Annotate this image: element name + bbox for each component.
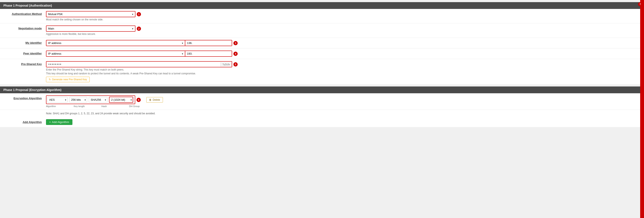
add-algorithm-control: + Add Algorithm: [46, 119, 637, 125]
peer-identifier-row: Peer identifier IP address Distinguished…: [0, 48, 640, 59]
enc-algo-row: Encryption Algorithm AES 3DES CAST128: [0, 93, 640, 110]
peer-identifier-control: IP address Distinguished name FQDN User …: [46, 51, 637, 57]
negotiation-mode-select-container: Main Aggressive ▼: [46, 25, 136, 32]
psk-help1: Enter the Pre-Shared Key string. This ke…: [46, 68, 637, 71]
auth-method-control: Mutual PSK Mutual RSA EAP-TLS ▼ 1 Must m…: [46, 11, 637, 21]
psk-row: Pre-Shared Key ?yZs3v 5 Enter the Pre-Sh…: [0, 59, 640, 84]
psk-reveal-text: ?yZs3v: [221, 62, 232, 67]
enc-algo-group: AES 3DES CAST128 Blowfish ▼: [46, 95, 135, 104]
phase1-auth-section: Phase 1 Proposal (Authentication) Authen…: [0, 2, 640, 84]
badge-2: 2: [137, 26, 141, 31]
auth-method-row: Authentication Method Mutual PSK Mutual …: [0, 9, 640, 23]
my-identifier-ip-input[interactable]: [185, 40, 232, 46]
psk-control: ?yZs3v 5 Enter the Pre-Shared Key string…: [46, 61, 637, 82]
negotiation-mode-row: Negotiation mode Main Aggressive ▼: [0, 23, 640, 38]
badge-6: 6: [136, 98, 141, 102]
col-hash-label: Hash: [101, 105, 129, 108]
dh-group-select[interactable]: 1 2 (1024 bit) 5 (1536 bit) 14 (2048 bit…: [109, 97, 133, 103]
negotiation-mode-select[interactable]: Main Aggressive: [46, 25, 136, 32]
algorithm-select[interactable]: AES 3DES CAST128 Blowfish: [47, 97, 68, 103]
psk-help2: This key should be long and random to pr…: [46, 72, 637, 75]
peer-identifier-label: Peer identifier: [4, 51, 46, 55]
peer-identifier-wrapper: IP address Distinguished name FQDN User …: [46, 51, 232, 57]
my-identifier-row: My identifier IP address Distinguished n…: [0, 38, 640, 48]
col-algorithm-label: Algorithm: [46, 105, 74, 108]
add-algorithm-row: Add Algorithm + Add Algorithm: [0, 117, 640, 127]
psk-input-wrapper: ?yZs3v: [46, 61, 232, 67]
phase1-enc-header: Phase 1 Proposal (Encryption Algorithm): [0, 87, 640, 93]
delete-button[interactable]: 🗑 Delete: [146, 97, 163, 103]
hash-select[interactable]: MD5 SHA1 SHA256 SHA384 SHA512: [89, 97, 107, 103]
badge-5: 5: [234, 62, 238, 67]
phase1-auth-header: Phase 1 Proposal (Authentication): [0, 2, 640, 9]
negotiation-mode-help: Aggressive is more flexible, but less se…: [46, 32, 637, 35]
section-separator: [0, 84, 640, 87]
enc-algo-control: AES 3DES CAST128 Blowfish ▼: [46, 95, 637, 108]
phase1-auth-body: Authentication Method Mutual PSK Mutual …: [0, 9, 640, 84]
phase1-enc-section: Phase 1 Proposal (Encryption Algorithm) …: [0, 87, 640, 127]
my-identifier-control: IP address Distinguished name FQDN User …: [46, 40, 637, 46]
algorithm-select-wrapper: AES 3DES CAST128 Blowfish ▼: [47, 97, 68, 103]
phase1-enc-body: Encryption Algorithm AES 3DES CAST128: [0, 93, 640, 127]
psk-input[interactable]: [46, 62, 221, 67]
badge-3: 3: [234, 41, 238, 45]
psk-label: Pre-Shared Key: [4, 61, 46, 66]
add-algorithm-label: Add Algorithm: [4, 119, 46, 124]
key-length-select[interactable]: 128 bits 192 bits 256 bits: [69, 97, 87, 103]
badge-7: 7: [638, 2, 642, 6]
my-identifier-wrapper: IP address Distinguished name FQDN User …: [46, 40, 232, 46]
badge-4: 4: [234, 52, 238, 56]
auth-method-select-container: Mutual PSK Mutual RSA EAP-TLS ▼: [46, 11, 136, 17]
peer-identifier-ip-input[interactable]: [185, 51, 232, 57]
auth-method-select[interactable]: Mutual PSK Mutual RSA EAP-TLS: [46, 11, 136, 17]
col-dh-group-label: DH Group: [129, 105, 157, 108]
dh-group-select-wrapper: 1 2 (1024 bit) 5 (1536 bit) 14 (2048 bit…: [109, 97, 134, 103]
add-algorithm-button[interactable]: + Add Algorithm: [46, 119, 72, 125]
auth-method-label: Authentication Method: [4, 11, 46, 15]
refresh-icon: ↻: [49, 78, 51, 81]
plus-icon: +: [49, 120, 51, 124]
negotiation-mode-label: Negotiation mode: [4, 25, 46, 30]
generate-psk-button[interactable]: ↻ Generate new Pre-Shared Key: [46, 77, 90, 82]
key-length-select-wrapper: 128 bits 192 bits 256 bits ▼: [69, 97, 88, 103]
peer-identifier-type-select[interactable]: IP address Distinguished name FQDN User …: [46, 51, 185, 57]
badge-1: 1: [137, 12, 141, 16]
my-identifier-type-container: IP address Distinguished name FQDN User …: [46, 40, 185, 46]
enc-algo-sublabels: Algorithm Key length Hash DH Group: [46, 105, 637, 108]
negotiation-mode-control: Main Aggressive ▼ 2 Aggressive is more f…: [46, 25, 637, 35]
enc-algo-label: Encryption Algorithm: [4, 95, 46, 100]
right-sidebar-bar: 7: [640, 0, 644, 218]
my-identifier-type-select[interactable]: IP address Distinguished name FQDN User …: [46, 40, 185, 46]
my-identifier-label: My identifier: [4, 40, 46, 44]
peer-identifier-type-container: IP address Distinguished name FQDN User …: [46, 51, 185, 57]
auth-method-help: Must match the setting chosen on the rem…: [46, 18, 637, 21]
hash-select-wrapper: MD5 SHA1 SHA256 SHA384 SHA512 ▼: [89, 97, 108, 103]
enc-note: Note: SHA1 and DH groups 1, 2, 5, 22, 23…: [0, 110, 640, 117]
trash-icon: 🗑: [149, 98, 152, 101]
col-key-length-label: Key length: [74, 105, 101, 108]
